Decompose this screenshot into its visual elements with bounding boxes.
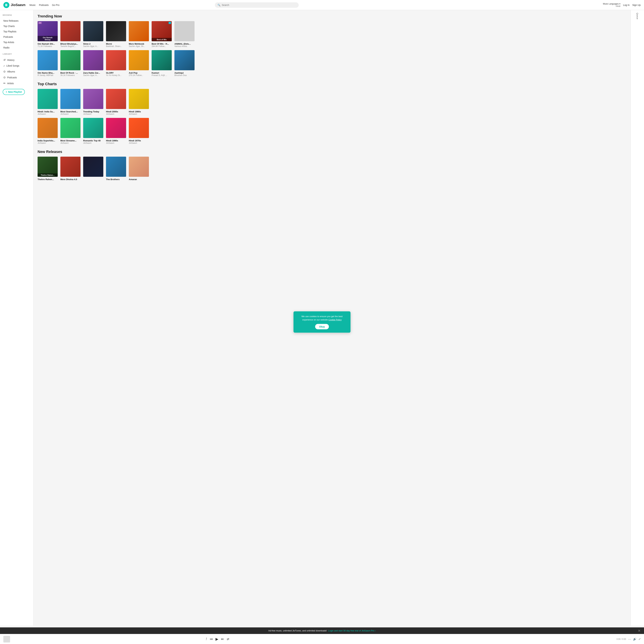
trending-card-title-1: Om Namah Shi... (38, 43, 58, 45)
nr-card-4[interactable]: The Brothers (106, 157, 126, 181)
trending-card-13[interactable]: Kasturi Prasad S, Arijit ... (152, 50, 172, 76)
trending-thumb-14 (174, 50, 195, 70)
trending-card-sub-12: 270.1K Follow... (129, 74, 149, 76)
trending-card-9[interactable]: Best Of Rock - ... 36.1K Followers (60, 50, 81, 76)
ad-close-button[interactable]: ✕ (638, 629, 641, 633)
trending-card-12[interactable]: Asli Pop 270.1K Follow... (129, 50, 149, 76)
trending-card-title-9: Best Of Rock - ... (60, 72, 81, 74)
trending-card-title-3: Stree 2 (83, 43, 103, 45)
chart-card-10[interactable]: Hindi 1970s JioSaavn (129, 118, 149, 144)
sidebar-item-albums[interactable]: ⊙ Albums (3, 69, 31, 74)
trending-card-10[interactable]: Zara Hatke Zar... Sachin-Jigar, A... (83, 50, 103, 76)
trending-cards-row-2: Om Namo Bha... R Sandy, MBPatil Best Of … (38, 50, 640, 76)
trending-thumb-2 (60, 21, 81, 41)
player-volume-button[interactable]: 🔊 (633, 637, 636, 641)
shuffle-button[interactable]: ⇄ (227, 637, 229, 641)
trending-thumb-11 (106, 50, 126, 70)
trending-card-5[interactable]: Mere Mehboob Sachin-Jigar, Sh... (129, 21, 149, 47)
signup-button[interactable]: Sign Up (632, 4, 641, 6)
sidebar-item-podcasts-library[interactable]: ⊙ Podcasts (3, 74, 31, 80)
chevron-down-icon: ▾ (619, 3, 620, 5)
queue-panel: Queue (631, 10, 644, 626)
nav-podcasts[interactable]: Podcasts (39, 4, 49, 6)
share-button[interactable]: ⤴ (206, 637, 207, 641)
chart-card-2[interactable]: Most Searched... JioSaavn (60, 89, 81, 115)
chart-card-4[interactable]: Hindi 2000s JioSaavn (106, 89, 126, 115)
sidebar-item-top-artists[interactable]: Top Artists (3, 40, 31, 45)
player-more-button[interactable]: ⋯ (628, 637, 631, 641)
trending-card-4[interactable]: Morni Badshah, Sharv... (106, 21, 126, 47)
new-playlist-button[interactable]: + New Playlist (3, 89, 25, 95)
nav-music[interactable]: Music (30, 4, 36, 6)
sidebar-item-top-playlists[interactable]: Top Playlists (3, 29, 31, 34)
trending-card-title-8: Om Namo Bha... (38, 72, 58, 74)
top-charts-section: Top Charts Hindi: India Su... JioSaavn M… (38, 82, 640, 144)
chart-card-1[interactable]: Hindi: India Su... JioSaavn (38, 89, 58, 115)
trending-card-3[interactable]: Stree 2 Sachin-Jigar, A... (83, 21, 103, 47)
sidebar-item-liked-songs[interactable]: ♪ Liked Songs (3, 63, 31, 69)
sidebar-label-new-releases: New Releases (3, 19, 18, 22)
trending-card-title-12: Asli Pop (129, 72, 149, 74)
cookie-policy-link[interactable]: Cookie Policy (328, 318, 342, 321)
nr-card-3[interactable] (83, 157, 103, 181)
trending-card-6[interactable]: ⊙ Best of 90s Best Of 90s - H... 284.8K … (152, 21, 172, 47)
trending-card-title-7: ANIMAL (Delu... (174, 43, 195, 45)
trending-card-7[interactable]: ANIMAL (Delu... Various Artists (174, 21, 195, 47)
trending-card-2[interactable]: Bhool Bhulaiya... Tanishk Bagchi,... (60, 21, 81, 47)
trending-thumb-13 (152, 50, 172, 70)
previous-button[interactable]: ⏮ (210, 637, 213, 641)
trending-thumb-7 (174, 21, 195, 41)
nr-card-2[interactable]: Mere Dholna 4.0 (60, 157, 81, 181)
chart-card-9[interactable]: Hindi 1990s JioSaavn (106, 118, 126, 144)
trending-card-title-4: Morni (106, 43, 126, 45)
cookie-okay-button[interactable]: Okay (315, 324, 329, 329)
header-right: Music Languages ▾ Hindi Log In Sign Up (603, 3, 641, 7)
chart-card-sub-7: JioSaavn (60, 142, 81, 144)
sidebar-item-history[interactable]: ↺ History (3, 57, 31, 63)
sidebar-label-top-artists: Top Artists (3, 41, 14, 44)
chart-card-title-1: Hindi: India Su... (38, 110, 58, 113)
sidebar-item-radio[interactable]: Radio (3, 45, 31, 50)
next-button[interactable]: ⏭ (221, 637, 224, 641)
trending-card-14[interactable]: Aashiqui Bhushan Dua (174, 50, 195, 76)
chart-card-7[interactable]: Most Streame... JioSaavn (60, 118, 81, 144)
chart-thumb-1 (38, 89, 58, 109)
trending-card-1[interactable]: JIO Om NamahShivay Om Namah Shi... 71.1K… (38, 21, 58, 47)
chart-card-title-3: Trending Today (83, 110, 103, 113)
sidebar-item-podcasts-browse[interactable]: Podcasts (3, 34, 31, 40)
chart-card-sub-8: JioSaavn (83, 142, 103, 144)
login-button[interactable]: Log In (623, 4, 630, 6)
trending-card-11[interactable]: GLORY Yo Yo Honey Si... (106, 50, 126, 76)
albums-icon: ⊙ (3, 70, 6, 73)
new-releases-title: New Releases (38, 150, 640, 154)
music-languages-dropdown[interactable]: Music Languages ▾ Hindi (603, 3, 620, 7)
trending-card-title-6: Best Of 90s - H... (152, 43, 172, 45)
nr-card-1[interactable]: Thehre Rahen... Thehre Rahen... (38, 157, 58, 181)
play-button[interactable]: ▶ (216, 637, 218, 641)
ad-banner-link[interactable]: Login and start 30-day free trial of Jio… (328, 629, 376, 632)
search-input[interactable] (222, 4, 296, 6)
chart-card-sub-3: JioSaavn (83, 113, 103, 115)
chart-card-6[interactable]: India Superhits... JioSaavn (38, 118, 58, 144)
player-expand-button[interactable]: ⤢ (638, 637, 641, 641)
chart-card-title-5: Hindi 1980s (129, 110, 149, 113)
nr-card-title-1: Thehre Rahen... (38, 178, 58, 181)
chart-card-3[interactable]: Trending Today JioSaavn (83, 89, 103, 115)
chart-card-5[interactable]: Hindi 1980s JioSaavn (129, 89, 149, 115)
search-bar[interactable]: 🔍 (215, 2, 299, 8)
trending-thumb-3 (83, 21, 103, 41)
sidebar-item-new-releases[interactable]: New Releases (3, 18, 31, 23)
trending-card-8[interactable]: Om Namo Bha... R Sandy, MBPatil (38, 50, 58, 76)
new-releases-cards-row: Thehre Rahen... Thehre Rahen... Mere Dho… (38, 157, 640, 181)
nr-card-5[interactable]: Amaran (129, 157, 149, 181)
sidebar-item-artists[interactable]: ✏ Artists (3, 80, 31, 86)
sidebar-label-top-playlists: Top Playlists (3, 30, 16, 33)
logo[interactable]: JioSaavn (3, 2, 25, 8)
nav-gopro[interactable]: Go Pro (52, 4, 59, 6)
sidebar-item-top-charts[interactable]: Top Charts (3, 23, 31, 29)
trending-overlay-1: Om NamahShivay (38, 36, 58, 41)
trending-card-title-5: Mere Mehboob (129, 43, 149, 45)
browse-label: BROWSE (3, 14, 31, 16)
player-bar: ⤴ ⏮ ▶ ⏭ ⇄ 0:00 / 0:00 ⋯ 🔊 ⤢ (0, 634, 644, 644)
chart-card-8[interactable]: Romantic Top 40 JioSaavn (83, 118, 103, 144)
